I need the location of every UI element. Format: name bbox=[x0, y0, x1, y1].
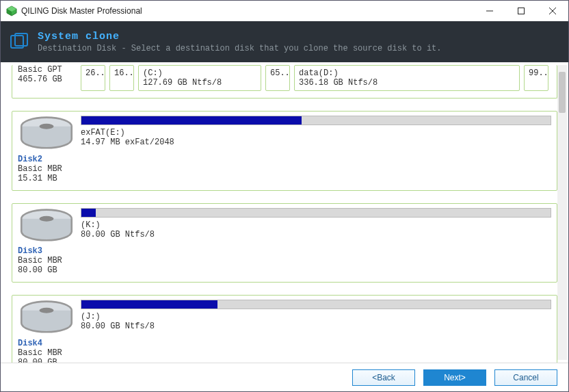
disk-list: Basic GPT 465.76 GB 26... 16... (C:) 127… bbox=[1, 62, 568, 363]
svg-point-12 bbox=[40, 215, 54, 221]
partition-box[interactable]: 16... bbox=[109, 65, 134, 91]
partition-label: exFAT(E:) bbox=[81, 128, 551, 138]
disk-size: 80.00 GB bbox=[18, 358, 75, 363]
disk-name: Disk3 bbox=[18, 246, 42, 256]
footer: <Back Next> Cancel bbox=[1, 363, 568, 391]
window-title: QILING Disk Master Professional bbox=[21, 6, 474, 16]
vertical-scrollbar[interactable] bbox=[557, 65, 567, 360]
svg-point-10 bbox=[40, 124, 54, 129]
disk-type: Basic MBR bbox=[18, 164, 75, 174]
disk-size: 15.31 MB bbox=[18, 174, 75, 183]
partition-info: 336.18 GB Ntfs/8 bbox=[299, 78, 515, 88]
partition-label: (K:) bbox=[81, 220, 551, 230]
titlebar: QILING Disk Master Professional bbox=[1, 1, 568, 21]
minimize-button[interactable] bbox=[474, 1, 505, 21]
partition-box[interactable]: 99... bbox=[524, 65, 548, 91]
close-button[interactable] bbox=[537, 1, 568, 21]
disk-row[interactable]: Disk4 Basic MBR 80.00 GB (J:) 80.00 GB N… bbox=[12, 295, 557, 363]
disk-name: Disk2 bbox=[18, 155, 42, 164]
partition-label: (J:) bbox=[81, 312, 551, 322]
partition-info: 80.00 GB Ntfs/8 bbox=[81, 322, 551, 331]
app-logo-icon bbox=[6, 5, 17, 16]
partition-info: 127.69 GB Ntfs/8 bbox=[143, 78, 256, 88]
disk-row[interactable]: Disk3 Basic MBR 80.00 GB (K:) 80.00 GB N… bbox=[12, 203, 557, 283]
partition-box[interactable]: data(D:) 336.18 GB Ntfs/8 bbox=[294, 65, 520, 91]
disk-icon bbox=[18, 237, 75, 246]
scrollbar-thumb[interactable] bbox=[559, 72, 566, 113]
partition-box[interactable]: 65... bbox=[265, 65, 290, 91]
cancel-button[interactable]: Cancel bbox=[494, 369, 557, 386]
usage-bar bbox=[81, 116, 551, 125]
page-header: System clone Destination Disk - Select a… bbox=[1, 21, 568, 62]
partition-box[interactable]: (C:) 127.69 GB Ntfs/8 bbox=[138, 65, 261, 91]
next-button[interactable]: Next> bbox=[423, 369, 486, 386]
partition-info: 14.97 MB exFat/2048 bbox=[81, 138, 551, 147]
partition-label: data(D:) bbox=[299, 68, 515, 78]
svg-point-14 bbox=[40, 308, 54, 313]
partition-info: 80.00 GB Ntfs/8 bbox=[81, 230, 551, 239]
disk-icon bbox=[18, 329, 75, 339]
clone-icon bbox=[10, 33, 28, 51]
back-button[interactable]: <Back bbox=[352, 369, 415, 386]
disk-row[interactable]: Disk2 Basic MBR 15.31 MB exFAT(E:) 14.97… bbox=[12, 111, 557, 191]
disk-icon bbox=[18, 145, 75, 155]
page-title: System clone bbox=[38, 31, 442, 42]
svg-rect-4 bbox=[518, 8, 525, 14]
disk-row[interactable]: Basic GPT 465.76 GB 26... 16... (C:) 127… bbox=[12, 65, 557, 99]
maximize-button[interactable] bbox=[505, 1, 537, 21]
disk-size: 465.76 GB bbox=[18, 75, 75, 84]
disk-size: 80.00 GB bbox=[18, 265, 75, 275]
usage-bar bbox=[81, 300, 551, 309]
disk-type: Basic MBR bbox=[18, 348, 75, 358]
disk-type: Basic GPT bbox=[18, 65, 75, 75]
app-window: QILING Disk Master Professional System c… bbox=[0, 0, 569, 392]
disk-type: Basic MBR bbox=[18, 256, 75, 265]
usage-bar bbox=[81, 208, 551, 218]
disk-name: Disk4 bbox=[18, 339, 42, 348]
partition-label: (C:) bbox=[143, 68, 256, 78]
page-subtitle: Destination Disk - Select a destination … bbox=[38, 44, 442, 53]
partition-box[interactable]: 26... bbox=[81, 65, 105, 91]
